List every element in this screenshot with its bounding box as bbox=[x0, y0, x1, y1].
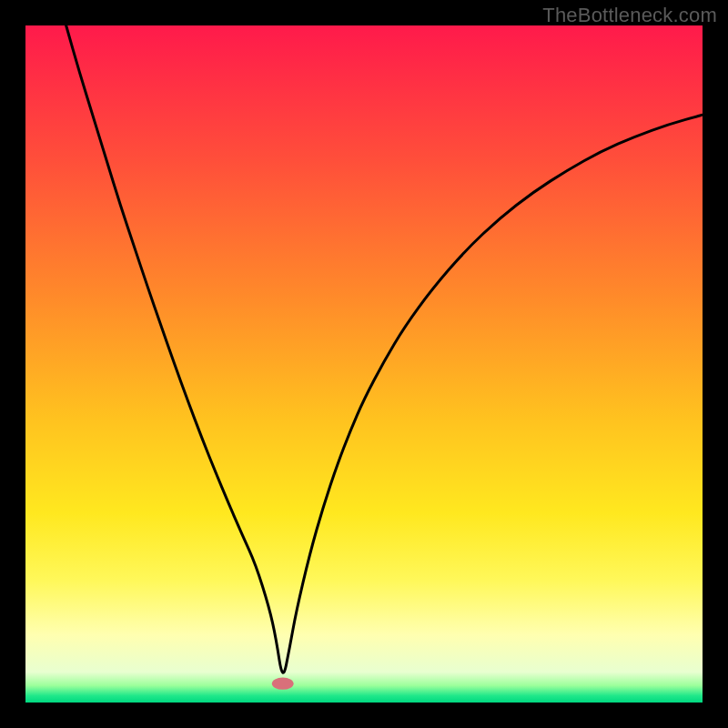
chart-background bbox=[25, 25, 703, 703]
chart-frame bbox=[0, 0, 25, 728]
bottleneck-chart bbox=[0, 0, 728, 728]
chart-frame bbox=[703, 0, 728, 728]
watermark-text: TheBottleneck.com bbox=[542, 4, 717, 27]
chart-frame bbox=[0, 703, 728, 728]
chart-stage: TheBottleneck.com bbox=[0, 0, 728, 728]
optimal-point-marker bbox=[272, 677, 294, 689]
